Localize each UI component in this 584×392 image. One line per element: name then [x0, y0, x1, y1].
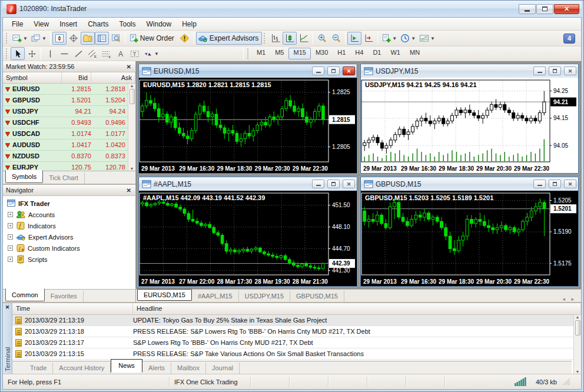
market-watch-scrollbar[interactable]: ▲▼ [128, 84, 135, 171]
chart-close-button[interactable]: ✕ [343, 180, 355, 188]
window-close-button[interactable]: ✕ [554, 4, 579, 14]
chart-titlebar[interactable]: GBPUSD,M15 ✕ [361, 177, 578, 191]
chart-window-gbpusd[interactable]: GBPUSD,M15 ✕ 1.52051.51901.51751.520129 … [360, 177, 579, 287]
toolbar-grip[interactable] [264, 33, 267, 44]
chart-titlebar[interactable]: #AAPL,M15 ✕ [139, 177, 357, 191]
symbol-column-header[interactable]: Symbol [3, 72, 62, 83]
market-watch-toggle-button[interactable] [95, 32, 109, 45]
arrows-button[interactable]: ▼ [142, 47, 161, 60]
tree-item-scripts[interactable]: + Scripts [5, 254, 135, 265]
candlestick-chart-button[interactable] [283, 32, 297, 45]
menu-item[interactable]: Charts [82, 18, 114, 30]
chart-minimize-button[interactable] [533, 180, 546, 188]
expert-advisors-button[interactable]: Expert Advisors [196, 32, 262, 45]
crosshair-tool-button[interactable] [25, 47, 39, 60]
resize-grip-icon[interactable] [563, 378, 570, 386]
expand-icon[interactable]: + [8, 223, 13, 228]
scrollbar-thumb[interactable] [575, 320, 580, 335]
chart-restore-button[interactable] [549, 67, 561, 75]
window-minimize-button[interactable] [519, 4, 536, 14]
chart-restore-button[interactable] [549, 180, 561, 188]
periods-button[interactable]: ▼ [399, 32, 417, 45]
new-chart-button[interactable]: ▼ [11, 32, 29, 45]
terminal-tab[interactable]: News [111, 359, 142, 373]
timeframe-button[interactable]: W1 [386, 48, 405, 59]
close-icon[interactable]: ✕ [125, 64, 132, 70]
window-titlebar[interactable]: 1020890: InstaTrader ✕ [2, 1, 582, 17]
news-scrollbar[interactable]: ▲▼ [573, 315, 581, 374]
market-watch-row[interactable]: USDCHF 0.9493 0.9496 [3, 117, 128, 128]
status-one-click-text[interactable]: IFX One Click Trading [170, 377, 251, 387]
close-icon[interactable]: ✕ [5, 303, 10, 311]
chart-tab[interactable]: USDJPY,M15 [239, 291, 290, 302]
ask-column-header[interactable]: Ask [91, 72, 135, 83]
menu-item[interactable]: Insert [54, 18, 82, 30]
favorites-button[interactable] [81, 32, 95, 45]
scrollbar-thumb[interactable] [130, 89, 135, 104]
timeframe-button[interactable]: M5 [270, 48, 288, 59]
chart-close-button[interactable]: ✕ [564, 67, 576, 75]
chart-window-eurusd[interactable]: EURUSD,M15 ✕ 1.28251.28151.28051.281529 … [138, 64, 357, 174]
market-watch-tab[interactable]: Symbols [5, 170, 43, 183]
close-icon[interactable]: ✕ [125, 187, 132, 194]
navigator-titlebar[interactable]: Navigator ✕ [3, 185, 135, 196]
chart-tab[interactable]: GBPUSD,M15 [290, 291, 344, 302]
news-row[interactable]: 2013/03/29 21:13:18 PRESS RELEASE: S&P L… [12, 326, 573, 337]
expand-icon[interactable]: + [8, 212, 13, 217]
crosshair-mode-button[interactable] [67, 32, 81, 45]
menu-item[interactable]: Window [141, 18, 177, 30]
text-button[interactable]: A [114, 47, 128, 60]
notifications-badge[interactable]: 4 [563, 34, 575, 44]
bar-chart-button[interactable] [268, 32, 283, 45]
chart-minimize-button[interactable] [312, 180, 324, 188]
vertical-line-button[interactable] [43, 47, 57, 60]
market-watch-row[interactable]: EURJPY 120.75 120.78 [3, 162, 128, 171]
expand-icon[interactable]: + [8, 257, 13, 262]
menu-item[interactable]: View [28, 18, 54, 30]
data-window-button[interactable] [109, 32, 123, 45]
chart-canvas-eurusd[interactable]: 1.28251.28151.28051.281529 Mar 201329 Ma… [139, 78, 357, 173]
chart-restore-button[interactable] [327, 180, 340, 188]
timeframe-button[interactable]: M30 [311, 48, 333, 59]
zoom-out-button[interactable] [329, 32, 343, 45]
menu-item[interactable]: Help [177, 18, 202, 30]
fibonacci-button[interactable]: F [99, 47, 114, 60]
news-row[interactable]: 2013/03/29 21:13:17 S&P Lowers Rtg To 'B… [12, 337, 573, 348]
timeframe-button[interactable]: H1 [333, 48, 350, 59]
expand-icon[interactable]: + [8, 234, 13, 240]
chart-shift-toggle-button[interactable] [52, 32, 67, 45]
auto-scroll-button[interactable] [347, 32, 361, 45]
bid-column-header[interactable]: Bid [62, 72, 91, 83]
chart-titlebar[interactable]: USDJPY,M15 ✕ [361, 64, 578, 78]
cursor-button[interactable] [11, 47, 25, 60]
market-watch-titlebar[interactable]: Market Watch: 23:59:56 ✕ [3, 61, 135, 72]
chart-restore-button[interactable] [327, 67, 340, 75]
profiles-button[interactable]: ▼ [29, 32, 48, 45]
chart-tab[interactable]: #AAPL,M15 [192, 291, 239, 302]
terminal-tab[interactable]: Journal [206, 363, 240, 374]
terminal-tab[interactable]: Alerts [142, 363, 171, 374]
menu-item[interactable]: File [6, 18, 28, 30]
market-watch-row[interactable]: NZDUSD 0.8370 0.8373 [3, 151, 128, 162]
chart-canvas-usdjpy[interactable]: 94.2594.1594.0594.2129 Mar 201329 Mar 16… [361, 78, 578, 173]
market-watch-row[interactable]: GBPUSD 1.5201 1.5204 [3, 95, 128, 106]
timeframe-button[interactable]: M15 [288, 48, 310, 59]
timeframe-button[interactable]: M1 [252, 48, 270, 59]
timeframe-button[interactable]: MN [405, 48, 424, 59]
line-chart-button[interactable] [297, 32, 311, 45]
terminal-tab[interactable]: Trade [24, 363, 53, 374]
chart-canvas-gbpusd[interactable]: 1.52051.51901.51751.520129 Mar 201329 Ma… [361, 191, 578, 286]
news-row[interactable]: 2013/03/29 21:13:19 UPDATE: Tokyo Gas To… [12, 315, 573, 326]
chart-close-button[interactable]: ✕ [564, 180, 576, 188]
market-watch-row[interactable]: AUDUSD 1.0417 1.0420 [3, 139, 128, 151]
chart-window-aapl[interactable]: #AAPL,M15 ✕ 451.50448.10444.70441.30442.… [138, 177, 357, 287]
timeframe-button[interactable]: D1 [368, 48, 386, 59]
tree-item-ifx-trader[interactable]: IFX Trader [5, 198, 135, 209]
navigator-tab[interactable]: Common [5, 288, 45, 301]
chart-canvas-aapl[interactable]: 451.50448.10444.70441.30442.3927 Mar 201… [139, 191, 357, 286]
horizontal-line-button[interactable] [57, 47, 71, 60]
chart-titlebar[interactable]: EURUSD,M15 ✕ [139, 64, 357, 78]
text-label-button[interactable]: T [128, 47, 142, 60]
toolbar-grip[interactable] [247, 48, 250, 59]
window-maximize-button[interactable] [536, 4, 553, 14]
